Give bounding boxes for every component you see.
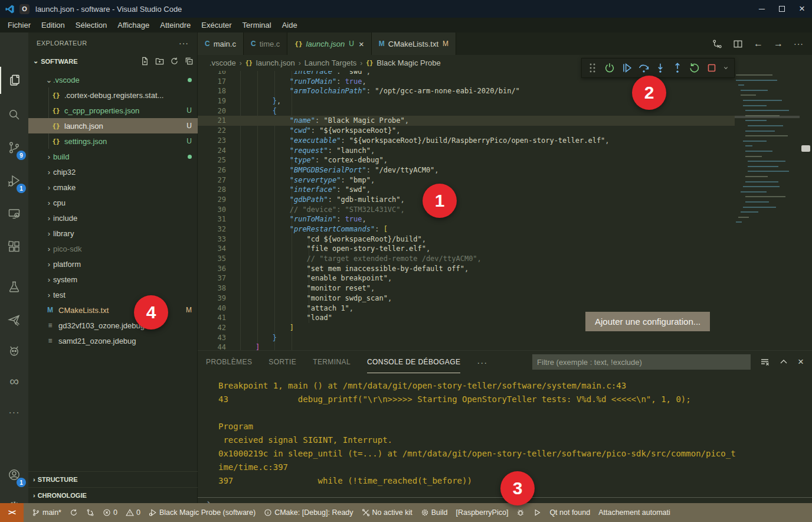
editor-scrollbar[interactable] xyxy=(800,71,812,350)
code-line-35[interactable]: 35 // "target extended-remote /dev/ttyAC… xyxy=(198,254,735,264)
activity-account[interactable]: 1 xyxy=(0,461,28,488)
panel-tab-terminal[interactable]: TERMINAL xyxy=(313,351,351,373)
tree-folder-chip32[interactable]: ›chip32 xyxy=(28,164,198,180)
panel-tab-probl-mes[interactable]: PROBLÈMES xyxy=(206,351,252,373)
status-0[interactable]: 0 xyxy=(126,508,140,517)
split-editor-icon[interactable] xyxy=(733,39,743,49)
debug-restart-button[interactable] xyxy=(687,60,702,76)
code-line-27[interactable]: 27 "servertype": "bmp", xyxy=(198,175,735,185)
breadcrumb-item[interactable]: .vscode xyxy=(209,58,236,67)
activity-extension-plane[interactable] xyxy=(0,306,28,334)
activity-extension-bug-face[interactable] xyxy=(0,337,28,364)
minimap[interactable] xyxy=(735,71,800,350)
tab-CMakeLists-txt[interactable]: MCMakeLists.txtM xyxy=(372,32,456,55)
panel-more-icon[interactable]: ··· xyxy=(477,357,487,367)
menu-item-atteindre[interactable]: Atteindre xyxy=(155,19,196,31)
debug-stop-button[interactable] xyxy=(704,60,719,76)
tree-folder-platform[interactable]: ›platform xyxy=(28,256,198,272)
explorer-more-icon[interactable]: ··· xyxy=(179,38,189,48)
scrollbar-thumb[interactable] xyxy=(801,145,810,152)
code-line-28[interactable]: 28 "interface": "swd", xyxy=(198,185,735,195)
debug-continue-button[interactable] xyxy=(620,60,634,76)
menu-item-affichage[interactable]: Affichage xyxy=(112,19,155,31)
code-line-32[interactable]: 32 "preRestartCommands": [ xyxy=(198,224,735,234)
tree-file-c-cpp-properties-json[interactable]: {}c_cpp_properties.jsonU xyxy=(28,103,198,118)
nav-back-icon[interactable]: ← xyxy=(754,38,763,49)
minimize-button[interactable]: ─ xyxy=(752,0,772,18)
code-line-36[interactable]: 36 "set mem inaccessible-by-default off"… xyxy=(198,264,735,274)
tree-file-settings-json[interactable]: {}settings.jsonU xyxy=(28,133,198,149)
menu-item-excuter[interactable]: Exécuter xyxy=(196,19,237,31)
tree-folder-cpu[interactable]: ›cpu xyxy=(28,195,198,210)
status-play[interactable] xyxy=(533,508,541,517)
tree-folder-cmake[interactable]: ›cmake xyxy=(28,180,198,195)
tree-file--cortex-debug-registers-stat---[interactable]: {}.cortex-debug.registers.stat... xyxy=(28,87,198,103)
activity-extension-vs[interactable]: ∞ xyxy=(0,368,28,395)
code-line-33[interactable]: 33 "cd ${workspaceRoot}/build", xyxy=(198,234,735,244)
tree-file-launch-json[interactable]: {}launch.jsonU xyxy=(28,118,198,133)
section-chronologie[interactable]: ›CHRONOLOGIE xyxy=(28,487,198,503)
filter-input[interactable]: Filtre (exemple : text, !exclude) xyxy=(532,354,751,370)
explorer-section-software[interactable]: ⌄ SOFTWARE xyxy=(28,53,197,69)
status-0[interactable]: 0 xyxy=(103,508,117,517)
status-cmake-debug-ready[interactable]: CMake: [Debug]: Ready xyxy=(264,508,353,517)
code-line-43[interactable]: 43 } xyxy=(198,333,735,343)
activity-source-control[interactable]: 9 xyxy=(0,134,28,161)
menu-item-slection[interactable]: Sélection xyxy=(70,19,112,31)
status-bug[interactable] xyxy=(516,508,525,517)
status-black-magic-probe-software[interactable]: Black Magic Probe (software) xyxy=(149,508,256,517)
code-area[interactable]: 16 "interface": "swd",17 "runToMain": tr… xyxy=(198,71,735,350)
maximize-button[interactable] xyxy=(772,0,792,18)
tree-folder--vscode[interactable]: ⌄.vscode xyxy=(28,72,198,87)
code-line-22[interactable]: 22 "cwd": "${workspaceRoot}", xyxy=(198,126,735,136)
status-qt-not-found[interactable]: Qt not found xyxy=(549,508,590,517)
tree-file-gd32vf103-ozone-jdebug[interactable]: ≡gd32vf103_ozone.jdebug xyxy=(28,318,198,333)
editor-more-icon[interactable]: ··· xyxy=(794,39,804,48)
code-line-44[interactable]: 44 ] xyxy=(198,342,735,350)
status-attachement-automati[interactable]: Attachement automati xyxy=(598,508,670,517)
tab-launch-json[interactable]: {}launch.jsonU× xyxy=(287,32,371,55)
tree-folder-include[interactable]: ›include xyxy=(28,210,198,226)
clear-console-icon[interactable] xyxy=(760,357,770,367)
code-line-37[interactable]: 37 "enable breakpoint", xyxy=(198,273,735,283)
status-build[interactable]: Build xyxy=(421,508,448,517)
panel-close-icon[interactable]: × xyxy=(798,356,804,368)
add-configuration-button[interactable]: Ajouter une configuration... xyxy=(585,312,710,331)
tree-folder-test[interactable]: ›test xyxy=(28,287,198,302)
activity-search[interactable] xyxy=(0,101,28,128)
collapse-all-icon[interactable] xyxy=(185,57,194,66)
status-git-compare[interactable] xyxy=(86,508,94,517)
menu-item-fichier[interactable]: Fichier xyxy=(2,19,36,31)
tree-file-CMakeLists-txt[interactable]: MCMakeLists.txtM xyxy=(28,302,198,318)
debug-step-over-button[interactable] xyxy=(636,60,651,76)
tab-time-c[interactable]: Ctime.c xyxy=(244,32,287,55)
code-line-24[interactable]: 24 "request": "launch", xyxy=(198,146,735,156)
status-no-active-kit[interactable]: No active kit xyxy=(362,508,412,517)
activity-explorer[interactable] xyxy=(0,67,28,94)
code-line-26[interactable]: 26 "BMPGDBSerialPort": "/dev/ttyACM0", xyxy=(198,165,735,175)
section-structure[interactable]: ›STRUCTURE xyxy=(28,471,198,487)
code-line-31[interactable]: 31 "runToMain": true, xyxy=(198,214,735,224)
status-main[interactable]: main* xyxy=(32,508,61,517)
debug-power-button[interactable] xyxy=(603,60,617,76)
activity-run-debug[interactable]: 1 xyxy=(0,167,28,194)
code-line-34[interactable]: 34 "file open-story-teller.elf", xyxy=(198,244,735,254)
activity-more[interactable]: ··· xyxy=(0,406,28,420)
panel-maximize-icon[interactable] xyxy=(779,357,788,367)
code-line-29[interactable]: 29 "gdbPath": "gdb-multiarch", xyxy=(198,195,735,205)
new-folder-icon[interactable] xyxy=(155,57,164,66)
toolbar-chevron-down-icon[interactable] xyxy=(721,60,731,76)
nav-forward-icon[interactable]: → xyxy=(774,38,783,49)
toolbar-grip[interactable] xyxy=(585,60,600,76)
tree-folder-system[interactable]: ›system xyxy=(28,272,198,287)
status-raspberrypico[interactable]: [RaspberryPico] xyxy=(456,508,508,517)
code-line-30[interactable]: 30 // "device": "STM32L431VC", xyxy=(198,205,735,215)
status-sync[interactable] xyxy=(70,508,78,517)
refresh-icon[interactable] xyxy=(170,57,179,66)
tree-folder-build[interactable]: ›build xyxy=(28,149,198,164)
code-line-21[interactable]: 21 "name": "Black Magic Probe", xyxy=(198,116,735,126)
open-changes-icon[interactable] xyxy=(712,39,722,49)
menu-item-terminal[interactable]: Terminal xyxy=(237,19,277,31)
activity-remote-explorer[interactable] xyxy=(0,200,28,227)
debug-step-into-button[interactable] xyxy=(653,60,668,76)
